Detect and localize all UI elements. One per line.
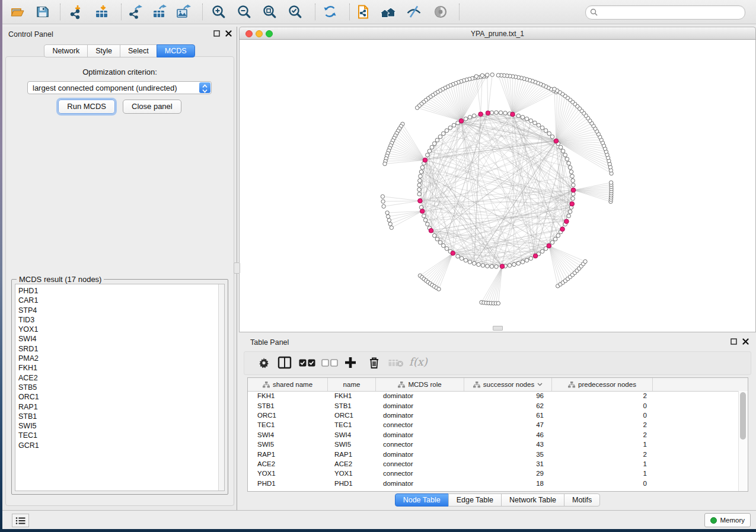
optimization-criterion-select[interactable]: largest connected component (undirected) [27, 81, 212, 94]
run-mcds-button[interactable]: Run MCDS [58, 100, 115, 114]
tab-mcds[interactable]: MCDS [157, 44, 195, 57]
table-row[interactable]: YOX1YOX1connector291 [248, 469, 739, 478]
refresh-icon[interactable] [323, 4, 338, 20]
delete-table-icon[interactable] [388, 359, 404, 370]
close-panel-icon[interactable] [225, 30, 232, 37]
select-all-icon[interactable] [299, 358, 315, 369]
canvas-splitter-grip[interactable] [493, 326, 503, 331]
table-cell: FKH1 [248, 392, 328, 399]
table-row[interactable]: ORC1ORC1dominator610 [248, 411, 739, 420]
result-node[interactable]: RAP1 [18, 402, 39, 412]
result-node[interactable]: TEC1 [18, 431, 39, 440]
network-window-titlebar[interactable]: YPA_prune.txt_1 [239, 27, 756, 40]
table-scrollbar-thumb[interactable] [740, 392, 746, 440]
import-table-icon[interactable] [94, 4, 110, 20]
mcds-node [423, 158, 428, 162]
table-row[interactable]: TEC1TEC1connector472 [248, 420, 739, 430]
table-row[interactable]: FKH1FKH1dominator962 [248, 391, 739, 400]
add-column-icon[interactable] [343, 355, 358, 372]
table-row[interactable]: ACE2ACE2connector311 [248, 459, 739, 469]
table-row[interactable]: RAP1RAP1dominator352 [248, 449, 739, 459]
zoom-fit-icon[interactable] [262, 4, 277, 20]
table-scrollbar[interactable] [738, 391, 748, 491]
table-row[interactable]: SWI4SWI4dominator462 [248, 430, 739, 440]
network-graph[interactable] [240, 40, 755, 331]
result-node[interactable]: STB5 [18, 383, 39, 392]
column-header-shared-name[interactable]: shared name [248, 378, 328, 391]
hide-panels-icon[interactable] [406, 4, 422, 20]
tab-node-table[interactable]: Node Table [395, 493, 449, 507]
result-node[interactable]: SWI4 [18, 334, 39, 344]
result-node[interactable]: PMA2 [18, 354, 39, 363]
close-panel-button[interactable]: Close panel [123, 100, 181, 114]
result-node[interactable]: STB1 [18, 412, 39, 421]
save-session-icon[interactable] [35, 4, 50, 20]
table-cell: connector [376, 460, 464, 467]
result-node[interactable]: ORC1 [18, 392, 39, 402]
export-network-icon[interactable] [128, 4, 143, 20]
result-node[interactable]: GCR1 [18, 441, 39, 450]
zoom-out-icon[interactable] [237, 4, 252, 20]
result-node[interactable]: SWI5 [18, 421, 39, 431]
status-bar: Memory [2, 510, 756, 529]
zoom-in-icon[interactable] [211, 4, 227, 20]
export-table-icon[interactable] [152, 4, 167, 20]
import-network-icon[interactable] [69, 4, 84, 20]
toolbar-separator [459, 4, 460, 20]
result-node[interactable]: STP4 [18, 306, 39, 315]
application-window: Control Panel NetworkStyleSelectMCDS Opt… [2, 0, 756, 529]
result-node[interactable]: YOX1 [18, 325, 39, 334]
deselect-all-icon[interactable] [321, 358, 338, 369]
open-session-icon[interactable] [9, 4, 25, 20]
search-input[interactable] [600, 7, 741, 18]
search-box[interactable] [585, 5, 745, 20]
tab-motifs[interactable]: Motifs [564, 493, 600, 507]
table-row[interactable]: STB1STB1dominator620 [248, 400, 739, 410]
mcds-result-list[interactable]: PHD1CAR1STP4TID3YOX1SWI4SRD1PMA2FKH1ACE2… [15, 284, 225, 491]
float-panel-icon[interactable] [731, 338, 737, 345]
task-history-button[interactable] [12, 514, 29, 527]
column-header-successor-nodes[interactable]: successor nodes [464, 378, 552, 391]
table-settings-icon[interactable] [257, 356, 270, 371]
node-table[interactable]: shared namenameMCDS rolesuccessor nodesp… [247, 377, 748, 492]
tab-select[interactable]: Select [120, 44, 157, 57]
toolbar-separator [315, 4, 315, 20]
table-row[interactable]: PHD1PHD1dominator180 [248, 479, 739, 488]
float-panel-icon[interactable] [213, 30, 220, 37]
result-node[interactable]: TID3 [18, 315, 39, 325]
network-from-document-icon[interactable] [356, 4, 371, 20]
tab-network-table[interactable]: Network Table [501, 493, 564, 507]
mcds-node [500, 264, 505, 269]
mcds-node [420, 209, 425, 214]
tab-network[interactable]: Network [44, 44, 88, 57]
column-header-MCDS-role[interactable]: MCDS role [376, 378, 464, 391]
result-node[interactable]: FKH1 [18, 363, 39, 373]
split-view-icon[interactable] [277, 356, 292, 371]
close-panel-icon[interactable] [742, 338, 749, 345]
result-node[interactable]: ACE2 [18, 373, 39, 383]
network-canvas[interactable] [239, 40, 756, 332]
column-header-filler [653, 378, 748, 391]
table-cell: ACE2 [328, 460, 376, 467]
panel-splitter-grip[interactable] [234, 262, 240, 274]
mcds-result-title: MCDS result (17 nodes) [17, 275, 104, 284]
tab-edge-table[interactable]: Edge Table [448, 493, 502, 507]
show-panels-icon[interactable] [433, 4, 448, 20]
zoom-selected-icon[interactable] [288, 4, 303, 20]
column-header-predecessor-nodes[interactable]: predecessor nodes [552, 378, 653, 391]
table-row[interactable]: SWI5SWI5connector431 [248, 440, 739, 449]
result-list-scrollbar[interactable] [218, 284, 224, 491]
table-cell: 61 [464, 412, 552, 419]
memory-button[interactable]: Memory [704, 513, 751, 527]
tab-style[interactable]: Style [87, 44, 120, 57]
home-icon[interactable] [379, 4, 397, 20]
toolbar-separator [202, 4, 203, 20]
result-node[interactable]: PHD1 [18, 286, 39, 296]
table-cell: 29 [464, 470, 552, 477]
delete-column-icon[interactable] [367, 355, 381, 372]
result-node[interactable]: SRD1 [18, 344, 39, 354]
table-panel-title: Table Panel [250, 338, 289, 347]
column-header-name[interactable]: name [328, 378, 376, 391]
export-image-icon[interactable] [176, 4, 191, 20]
result-node[interactable]: CAR1 [18, 296, 39, 305]
